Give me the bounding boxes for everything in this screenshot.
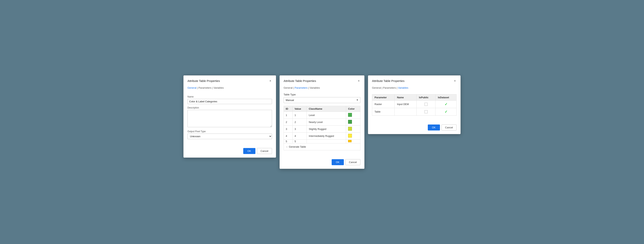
dialog2-nav: General | Parameters | Variables <box>280 85 364 92</box>
dialog2-header: Attribute Table Properties × <box>280 76 364 85</box>
dialog1-title: Attribute Table Properties <box>188 79 220 83</box>
vars-col-ispublic: IsPublic <box>416 94 435 100</box>
dialog1-description-label: Description <box>188 106 272 109</box>
vars-cell-isdataset: ✓ <box>436 108 456 116</box>
cell-value: 3 <box>292 125 307 132</box>
table-row[interactable]: 1 1 Level <box>284 112 360 119</box>
ispublic-checkbox[interactable] <box>424 110 428 113</box>
dialog-parameters: Attribute Table Properties × General | P… <box>280 75 364 169</box>
vars-cell-name: Input DEM <box>394 100 416 108</box>
chevron-right-icon: › <box>286 145 287 148</box>
table-row[interactable]: 5 5 <box>284 139 360 143</box>
dialog2-table-type-label: Table Type <box>284 93 360 96</box>
vars-header-row: Parameter Name IsPublic IsDataset <box>372 94 456 100</box>
vars-col-name: Name <box>394 94 416 100</box>
cell-id: 2 <box>284 119 293 125</box>
col-header-classname: ClassName <box>307 106 346 112</box>
generate-table-label: Generate Table <box>289 145 306 148</box>
dialog1-header: Attribute Table Properties × <box>184 76 276 85</box>
dialog3-nav: General | Parameters | Variables <box>368 85 460 92</box>
vars-cell-ispublic <box>416 108 435 116</box>
dialog2-footer: OK Cancel <box>280 157 364 169</box>
cell-value: 1 <box>292 112 307 119</box>
cell-classname: Level <box>307 112 346 119</box>
dialog1-pixel-type-label: Output Pixel Type <box>188 130 272 133</box>
vars-col-isdataset: IsDataset <box>436 94 456 100</box>
cell-value: 4 <box>292 132 307 139</box>
cell-color <box>346 112 360 119</box>
generate-table-row[interactable]: › Generate Table <box>284 143 360 150</box>
dialog2-nav-general[interactable]: General <box>284 86 292 89</box>
dialog1-nav: General | Parameters | Variables <box>184 85 276 92</box>
dialog1-name-label: Name <box>188 95 272 98</box>
dialog3-body: Parameter Name IsPublic IsDataset Raster… <box>368 92 460 119</box>
cell-id: 1 <box>284 112 293 119</box>
dialog1-nav-general[interactable]: General <box>188 86 196 89</box>
dialog3-nav-parameters[interactable]: Parameters <box>383 86 396 89</box>
dialogs-container: Attribute Table Properties × General | P… <box>184 75 460 169</box>
cell-classname <box>307 139 346 143</box>
cell-value: 5 <box>292 139 307 143</box>
cell-classname: Intermediately Rugged <box>307 132 346 139</box>
dialog1-nav-variables[interactable]: Variables <box>214 86 224 89</box>
vars-cell-ispublic <box>416 100 435 108</box>
dialog1-body: Name Description Output Pixel Type Unkno… <box>184 92 276 142</box>
dialog3-header: Attribute Table Properties × <box>368 76 460 85</box>
col-header-value: Value <box>292 106 307 112</box>
dialog2-table-type-select[interactable]: Manual Automatic <box>284 97 360 103</box>
col-header-color: Color <box>346 106 360 112</box>
table-row[interactable]: 4 4 Intermediately Rugged <box>284 132 360 139</box>
dialog2-title: Attribute Table Properties <box>284 79 316 83</box>
ispublic-checkbox[interactable] <box>424 103 428 106</box>
isdataset-checkmark: ✓ <box>444 110 448 114</box>
vars-cell-name <box>394 108 416 116</box>
vars-table-row[interactable]: Table ✓ <box>372 108 456 116</box>
cell-id: 5 <box>284 139 293 143</box>
dialog1-cancel-button[interactable]: Cancel <box>257 148 272 154</box>
dialog2-dropdown-row: Manual Automatic ▼ <box>284 97 360 103</box>
dialog1-description-textarea[interactable] <box>188 110 272 127</box>
dialog2-nav-variables[interactable]: Variables <box>310 86 320 89</box>
dialog1-footer: OK Cancel <box>184 146 276 157</box>
col-header-id: ID <box>284 106 293 112</box>
dialog2-close-button[interactable]: × <box>357 79 360 83</box>
vars-table-row[interactable]: Raster Input DEM ✓ <box>372 100 456 108</box>
dialog3-close-button[interactable]: × <box>453 79 456 83</box>
cell-classname: Nearly Level <box>307 119 346 125</box>
dialog3-nav-general[interactable]: General <box>372 86 381 89</box>
variables-table: Parameter Name IsPublic IsDataset Raster… <box>372 94 456 116</box>
cell-id: 4 <box>284 132 293 139</box>
dialog3-footer: OK Cancel <box>368 122 460 134</box>
dialog-general: Attribute Table Properties × General | P… <box>184 75 276 158</box>
table-row[interactable]: 3 3 Slightly Rugged <box>284 125 360 132</box>
dialog-variables: Attribute Table Properties × General | P… <box>368 75 460 134</box>
dialog1-ok-button[interactable]: OK <box>243 148 256 154</box>
dialog1-name-input[interactable] <box>188 99 272 104</box>
dialog1-pixel-type-select[interactable]: Unknown U1 U8 <box>188 133 272 139</box>
dialog1-nav-parameters[interactable]: Parameters <box>198 86 212 89</box>
cell-color <box>346 139 360 143</box>
cell-color <box>346 125 360 132</box>
vars-cell-isdataset: ✓ <box>436 100 456 108</box>
vars-col-parameter: Parameter <box>372 94 394 100</box>
dialog3-nav-variables[interactable]: Variables <box>398 86 408 89</box>
cell-classname: Slightly Rugged <box>307 125 346 132</box>
isdataset-checkmark: ✓ <box>444 102 448 106</box>
dialog3-ok-button[interactable]: OK <box>428 124 440 130</box>
dialog2-ok-button[interactable]: OK <box>332 159 344 165</box>
dialog1-close-button[interactable]: × <box>269 79 272 83</box>
cell-color <box>346 132 360 139</box>
dialog2-nav-parameters[interactable]: Parameters <box>294 86 308 89</box>
cell-color <box>346 119 360 125</box>
vars-cell-parameter: Raster <box>372 100 394 108</box>
table-row[interactable]: 2 2 Nearly Level <box>284 119 360 125</box>
dialog3-cancel-button[interactable]: Cancel <box>442 124 456 130</box>
parameters-table: ID Value ClassName Color 1 1 Level 2 2 N… <box>284 106 360 143</box>
dialog3-title: Attribute Table Properties <box>372 79 404 83</box>
dialog2-body: Table Type Manual Automatic ▼ ID Value C… <box>280 92 364 153</box>
table-header-row: ID Value ClassName Color <box>284 106 360 112</box>
dialog2-cancel-button[interactable]: Cancel <box>345 159 360 165</box>
cell-value: 2 <box>292 119 307 125</box>
cell-id: 3 <box>284 125 293 132</box>
vars-cell-parameter: Table <box>372 108 394 116</box>
